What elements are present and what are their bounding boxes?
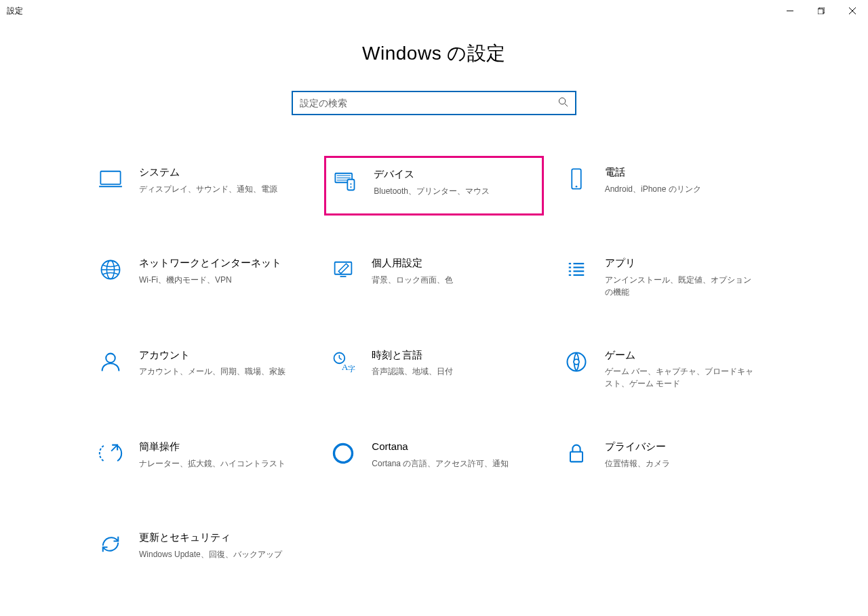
svg-line-5 (565, 103, 568, 106)
card-cortana[interactable]: Cortana Cortana の言語、アクセス許可、通知 (324, 430, 543, 490)
phone-icon (564, 167, 593, 195)
svg-line-33 (340, 358, 342, 359)
card-title: ゲーム (605, 348, 754, 362)
card-desc: ナレーター、拡大鏡、ハイコントラスト (139, 457, 285, 470)
privacy-icon (564, 441, 593, 470)
card-desc: Wi-Fi、機内モード、VPN (139, 274, 281, 286)
apps-icon (564, 258, 593, 286)
card-text: プライバシー 位置情報、カメラ (605, 440, 670, 470)
card-gaming[interactable]: ゲーム ゲーム バー、キャプチャ、ブロードキャスト、ゲーム モード (557, 339, 776, 400)
card-text: アプリ アンインストール、既定値、オプションの機能 (605, 256, 754, 298)
close-icon (849, 7, 856, 14)
svg-point-14 (351, 186, 352, 188)
globe-icon (98, 258, 127, 286)
page-title: Windows の設定 (0, 41, 868, 66)
card-ease-of-access[interactable]: 簡単操作 ナレーター、拡大鏡、ハイコントラスト (92, 430, 311, 490)
card-title: システム (139, 165, 277, 179)
card-text: Cortana Cortana の言語、アクセス許可、通知 (372, 440, 509, 470)
card-text: 電話 Android、iPhone のリンク (605, 165, 701, 195)
card-desc: Cortana の言語、アクセス許可、通知 (372, 457, 509, 470)
svg-line-38 (111, 445, 117, 451)
accounts-icon (98, 350, 127, 378)
card-text: 個人用設定 背景、ロック画面、色 (372, 256, 453, 286)
gaming-icon (564, 350, 593, 378)
search-box[interactable] (292, 91, 576, 115)
card-title: Cortana (372, 440, 509, 453)
search-input[interactable] (300, 98, 558, 108)
card-desc: ディスプレイ、サウンド、通知、電源 (139, 183, 277, 195)
svg-rect-1 (818, 9, 823, 14)
svg-rect-40 (570, 452, 583, 462)
titlebar: 設定 (0, 0, 868, 22)
svg-point-16 (575, 186, 577, 188)
card-text: ゲーム ゲーム バー、キャプチャ、ブロードキャスト、ゲーム モード (605, 348, 754, 390)
card-desc: 音声認識、地域、日付 (372, 365, 453, 377)
card-title: 個人用設定 (372, 256, 453, 270)
maximize-icon (818, 7, 825, 14)
card-desc: 背景、ロック画面、色 (372, 274, 453, 286)
search-wrap (0, 91, 868, 115)
window-controls (774, 0, 868, 22)
card-title: 電話 (605, 165, 701, 179)
card-apps[interactable]: アプリ アンインストール、既定値、オプションの機能 (557, 247, 776, 308)
card-text: 時刻と言語 音声認識、地域、日付 (372, 348, 453, 378)
card-text: システム ディスプレイ、サウンド、通知、電源 (139, 165, 277, 195)
search-icon (558, 97, 568, 110)
svg-point-4 (559, 98, 565, 104)
card-time-language[interactable]: A 字 時刻と言語 音声認識、地域、日付 (324, 339, 543, 400)
card-desc: Windows Update、回復、バックアップ (139, 548, 282, 560)
minimize-button[interactable] (774, 0, 806, 22)
card-title: 簡単操作 (139, 440, 285, 453)
cortana-icon (331, 441, 359, 470)
card-text: 更新とセキュリティ Windows Update、回復、バックアップ (139, 531, 282, 560)
card-title: アプリ (605, 256, 754, 270)
card-desc: ゲーム バー、キャプチャ、ブロードキャスト、ゲーム モード (605, 365, 754, 390)
card-system[interactable]: システム ディスプレイ、サウンド、通知、電源 (92, 156, 311, 215)
svg-point-13 (351, 183, 352, 184)
svg-point-30 (106, 353, 115, 363)
card-desc: Bluetooth、プリンター、マウス (374, 185, 490, 197)
card-accounts[interactable]: アカウント アカウント、メール、同期、職場、家族 (92, 339, 311, 400)
window-title: 設定 (7, 5, 23, 17)
card-desc: アカウント、メール、同期、職場、家族 (139, 365, 285, 377)
card-text: デバイス Bluetooth、プリンター、マウス (374, 167, 490, 197)
card-text: アカウント アカウント、メール、同期、職場、家族 (139, 348, 285, 378)
svg-rect-6 (100, 171, 120, 184)
card-title: 更新とセキュリティ (139, 531, 282, 544)
card-title: アカウント (139, 348, 285, 362)
card-desc: アンインストール、既定値、オプションの機能 (605, 274, 754, 298)
minimize-icon (787, 7, 793, 14)
card-personalization[interactable]: 個人用設定 背景、ロック画面、色 (324, 247, 543, 308)
card-phone[interactable]: 電話 Android、iPhone のリンク (557, 156, 776, 215)
personalization-icon (331, 258, 359, 286)
card-text: ネットワークとインターネット Wi-Fi、機内モード、VPN (139, 256, 281, 286)
card-update-security[interactable]: 更新とセキュリティ Windows Update、回復、バックアップ (92, 521, 311, 581)
svg-text:字: 字 (348, 364, 355, 372)
card-network[interactable]: ネットワークとインターネット Wi-Fi、機内モード、VPN (92, 247, 311, 308)
card-text: 簡単操作 ナレーター、拡大鏡、ハイコントラスト (139, 440, 285, 470)
card-title: プライバシー (605, 440, 670, 453)
close-button[interactable] (837, 0, 868, 22)
card-devices[interactable]: デバイス Bluetooth、プリンター、マウス (324, 156, 543, 215)
system-icon (98, 167, 127, 195)
card-privacy[interactable]: プライバシー 位置情報、カメラ (557, 430, 776, 490)
update-icon (98, 532, 127, 560)
card-title: ネットワークとインターネット (139, 256, 281, 270)
svg-rect-20 (335, 262, 352, 274)
card-desc: 位置情報、カメラ (605, 457, 670, 470)
page: Windows の設定 システム ディスプレイ、サウンド、通知、電源 (0, 22, 868, 581)
card-title: 時刻と言語 (372, 348, 453, 362)
maximize-button[interactable] (806, 0, 837, 22)
svg-point-37 (574, 359, 579, 365)
svg-point-39 (334, 445, 353, 463)
ease-of-access-icon (98, 441, 127, 470)
card-desc: Android、iPhone のリンク (605, 183, 701, 195)
card-title: デバイス (374, 167, 490, 181)
settings-grid: システム ディスプレイ、サウンド、通知、電源 デバイス Bluetooth (92, 156, 776, 581)
time-language-icon: A 字 (331, 350, 359, 378)
devices-icon (333, 169, 361, 197)
